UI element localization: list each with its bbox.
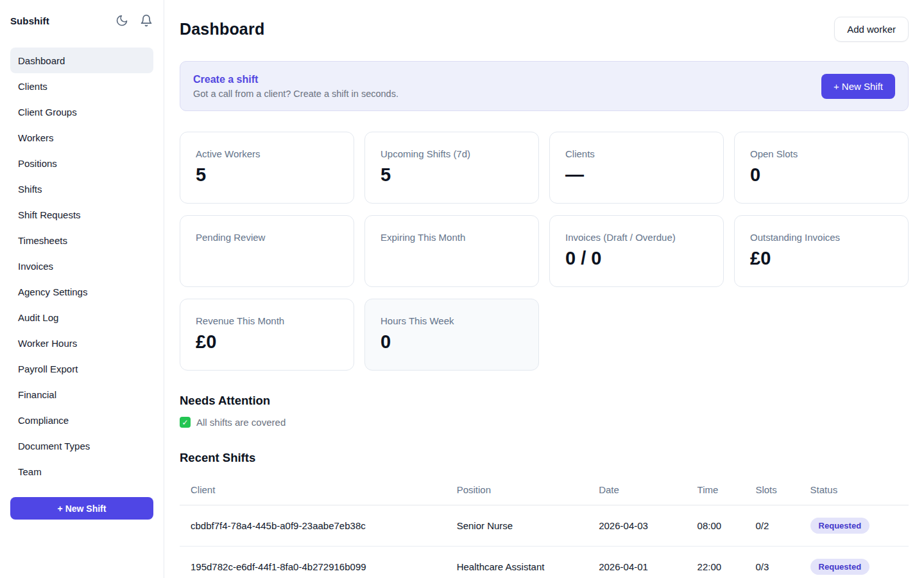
stat-label: Hours This Week [381, 315, 523, 326]
sidebar-item-shift-requests[interactable]: Shift Requests [10, 202, 153, 227]
recent-shifts-title: Recent Shifts [180, 451, 909, 465]
sidebar-item-payroll-export[interactable]: Payroll Export [10, 356, 153, 381]
stat-value: 0 / 0 [565, 248, 708, 269]
stat-label: Upcoming Shifts (7d) [381, 148, 523, 159]
stat-label: Outstanding Invoices [750, 232, 893, 243]
sidebar-item-document-types[interactable]: Document Types [10, 433, 153, 459]
cell-time: 22:00 [697, 547, 756, 578]
cell-position: Senior Nurse [457, 505, 599, 547]
stat-value: 0 [381, 331, 523, 353]
cell-status: Requested [810, 547, 909, 578]
page-title: Dashboard [180, 20, 264, 39]
sidebar-item-timesheets[interactable]: Timesheets [10, 227, 153, 253]
recent-shifts-table: ClientPositionDateTimeSlotsStatus cbdbf7… [180, 477, 909, 578]
moon-icon [116, 14, 128, 27]
column-header-position: Position [457, 477, 599, 505]
sidebar-item-audit-log[interactable]: Audit Log [10, 304, 153, 330]
needs-attention-message: All shifts are covered [196, 417, 286, 428]
column-header-slots: Slots [755, 477, 810, 505]
column-header-status: Status [810, 477, 909, 505]
column-header-time: Time [697, 477, 756, 505]
cell-slots: 0/2 [755, 505, 810, 547]
stat-value: 5 [196, 164, 338, 186]
cell-date: 2026-04-03 [599, 505, 697, 547]
stat-value: £0 [750, 248, 893, 269]
sidebar-item-financial[interactable]: Financial [10, 381, 153, 407]
stat-label: Open Slots [750, 148, 893, 159]
sidebar-item-workers[interactable]: Workers [10, 125, 153, 150]
needs-attention-title: Needs Attention [180, 394, 909, 408]
main-content: Dashboard Add worker Create a shift Got … [164, 0, 924, 578]
stat-card-invoices-draft-overdue: Invoices (Draft / Overdue)0 / 0 [549, 215, 724, 287]
stat-value: 0 [750, 164, 893, 186]
table-body: cbdbf7f4-78a4-445b-a0f9-23aabe7eb38cSeni… [180, 505, 909, 578]
app-brand: Subshift [10, 15, 49, 26]
cell-client: cbdbf7f4-78a4-445b-a0f9-23aabe7eb38c [180, 505, 457, 547]
check-icon: ✓ [180, 417, 191, 428]
stat-card-pending-review: Pending Review [180, 215, 354, 287]
sidebar-item-clients[interactable]: Clients [10, 73, 153, 99]
stat-label: Clients [565, 148, 708, 159]
stat-card-active-workers: Active Workers5 [180, 132, 354, 204]
sidebar-item-team[interactable]: Team [10, 459, 153, 484]
banner-text: Create a shift Got a call from a client?… [193, 74, 398, 99]
add-worker-button[interactable]: Add worker [834, 17, 909, 42]
create-shift-banner: Create a shift Got a call from a client?… [180, 61, 909, 111]
cell-date: 2026-04-01 [599, 547, 697, 578]
sidebar-header: Subshift [10, 10, 153, 31]
cell-status: Requested [810, 505, 909, 547]
stat-label: Invoices (Draft / Overdue) [565, 232, 708, 243]
sidebar-item-dashboard[interactable]: Dashboard [10, 48, 153, 73]
sidebar-item-agency-settings[interactable]: Agency Settings [10, 279, 153, 304]
sidebar-item-worker-hours[interactable]: Worker Hours [10, 330, 153, 356]
stat-card-clients: Clients— [549, 132, 724, 204]
banner-new-shift-button[interactable]: + New Shift [821, 74, 895, 99]
cell-position: Healthcare Assistant [457, 547, 599, 578]
table-row[interactable]: 195d782c-e6df-44f1-8fa0-4b272916b099Heal… [180, 547, 909, 578]
cell-time: 08:00 [697, 505, 756, 547]
sidebar-item-invoices[interactable]: Invoices [10, 253, 153, 279]
stat-label: Active Workers [196, 148, 338, 159]
stats-grid: Active Workers5Upcoming Shifts (7d)5Clie… [180, 132, 909, 371]
stat-value: £0 [196, 331, 338, 353]
sidebar-item-compliance[interactable]: Compliance [10, 407, 153, 433]
cell-client: 195d782c-e6df-44f1-8fa0-4b272916b099 [180, 547, 457, 578]
bell-icon [140, 14, 153, 27]
banner-subtitle: Got a call from a client? Create a shift… [193, 89, 398, 99]
sidebar-item-shifts[interactable]: Shifts [10, 176, 153, 202]
stat-label: Revenue This Month [196, 315, 338, 326]
column-header-client: Client [180, 477, 457, 505]
table-row[interactable]: cbdbf7f4-78a4-445b-a0f9-23aabe7eb38cSeni… [180, 505, 909, 547]
column-header-date: Date [599, 477, 697, 505]
stat-card-outstanding-invoices: Outstanding Invoices£0 [734, 215, 909, 287]
stat-card-hours-this-week: Hours This Week0 [364, 299, 539, 371]
sidebar-new-shift-button[interactable]: + New Shift [10, 497, 153, 520]
page-header: Dashboard Add worker [180, 17, 909, 42]
needs-attention-row: ✓ All shifts are covered [180, 417, 909, 428]
sidebar-nav: DashboardClientsClient GroupsWorkersPosi… [10, 48, 153, 484]
status-badge: Requested [810, 518, 869, 534]
notifications-button[interactable] [139, 13, 153, 28]
status-badge: Requested [810, 559, 869, 575]
stat-label: Pending Review [196, 232, 338, 243]
stat-card-upcoming-shifts-7d: Upcoming Shifts (7d)5 [364, 132, 539, 204]
stat-value: 5 [381, 164, 523, 186]
sidebar-item-client-groups[interactable]: Client Groups [10, 99, 153, 125]
stat-value: — [565, 164, 708, 186]
table-header-row: ClientPositionDateTimeSlotsStatus [180, 477, 909, 505]
cell-slots: 0/3 [755, 547, 810, 578]
banner-title: Create a shift [193, 74, 398, 85]
stat-label: Expiring This Month [381, 232, 523, 243]
sidebar-item-positions[interactable]: Positions [10, 150, 153, 176]
stat-card-open-slots: Open Slots0 [734, 132, 909, 204]
stat-card-revenue-this-month: Revenue This Month£0 [180, 299, 354, 371]
theme-toggle-button[interactable] [115, 13, 129, 28]
sidebar: Subshift DashboardClientsClient GroupsWo… [0, 0, 164, 578]
stat-card-expiring-this-month: Expiring This Month [364, 215, 539, 287]
